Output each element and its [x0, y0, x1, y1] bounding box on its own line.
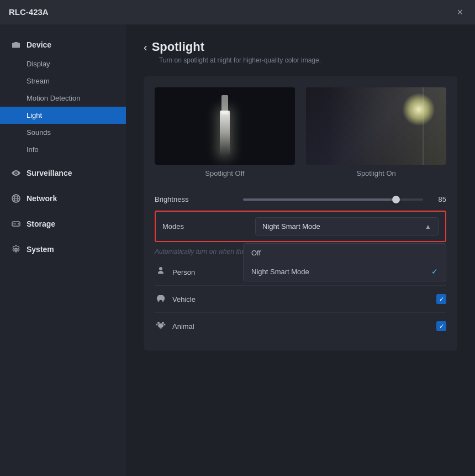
sidebar-section-system: System [0, 239, 126, 260]
svg-point-12 [162, 300, 164, 302]
sidebar-section-header-surveillance[interactable]: Surveillance [0, 163, 126, 184]
network-section-label: Network [27, 194, 57, 203]
brightness-slider-fill [243, 198, 396, 201]
sidebar-item-stream[interactable]: Stream [0, 72, 126, 90]
modes-label: Modes [162, 222, 251, 231]
sidebar-section-header-system[interactable]: System [0, 239, 126, 260]
sidebar-item-info[interactable]: Info [0, 141, 126, 158]
brightness-slider-track[interactable] [243, 198, 423, 201]
check-icon: ✓ [431, 267, 438, 276]
person-icon [155, 266, 167, 278]
modes-dropdown-value: Night Smart Mode [262, 222, 320, 231]
main-content: ‹ Spotlight Turn on spotlight at night f… [126, 24, 475, 476]
detection-item-vehicle: Vehicle ✓ [155, 286, 446, 313]
gear-icon [11, 244, 21, 254]
page-subtitle: Turn on spotlight at night for higher-qu… [144, 56, 457, 64]
sidebar-section-header-network[interactable]: Network [0, 188, 126, 209]
modes-option-night-smart-label: Night Smart Mode [251, 268, 309, 276]
spotlight-glow [402, 93, 435, 126]
preview-row: Spotlight Off Spotlight On [155, 87, 446, 177]
app-title: RLC-423A [9, 7, 49, 17]
detection-item-vehicle-left: Vehicle [155, 293, 196, 305]
beam-off [220, 111, 230, 155]
hdd-icon [11, 219, 21, 229]
back-button[interactable]: ‹ [144, 41, 147, 53]
page-header: ‹ Spotlight [144, 40, 457, 54]
svg-point-14 [157, 322, 160, 324]
modes-dropdown[interactable]: Night Smart Mode ▲ [255, 217, 439, 236]
animal-label: Animal [172, 322, 194, 331]
surveillance-section-label: Surveillance [27, 169, 72, 177]
modes-row: Modes Night Smart Mode ▲ [155, 211, 446, 242]
title-bar: RLC-423A × [0, 0, 475, 24]
preview-image-off [155, 87, 295, 165]
sidebar-section-network: Network [0, 188, 126, 209]
vehicle-label: Vehicle [172, 295, 196, 304]
storage-section-label: Storage [27, 219, 55, 228]
preview-item-on: Spotlight On [306, 87, 446, 177]
brightness-value: 85 [431, 195, 446, 203]
svg-point-15 [162, 322, 164, 324]
page-title: Spotlight [152, 40, 204, 54]
person-label: Person [172, 268, 195, 276]
detection-item-animal: Animal ✓ [155, 313, 446, 339]
sidebar-item-display[interactable]: Display [0, 55, 126, 72]
detection-item-animal-left: Animal [155, 320, 194, 332]
modes-option-off-label: Off [251, 249, 261, 257]
modes-option-night-smart[interactable]: Night Smart Mode ✓ [244, 262, 446, 281]
preview-item-off: Spotlight Off [155, 87, 295, 177]
sidebar: Device Display Stream Motion Detection L… [0, 24, 126, 476]
sidebar-item-sounds[interactable]: Sounds [0, 124, 126, 141]
svg-point-7 [18, 223, 19, 224]
device-section-label: Device [27, 40, 51, 49]
system-section-label: System [27, 245, 54, 254]
modes-dropdown-menu: Off Night Smart Mode ✓ [243, 243, 446, 281]
animal-icon [155, 320, 167, 332]
sidebar-section-storage: Storage [0, 213, 126, 234]
detection-item-person-left: Person [155, 266, 195, 278]
svg-point-16 [156, 324, 158, 326]
svg-point-0 [15, 44, 18, 47]
svg-point-13 [158, 323, 163, 328]
brightness-control: 85 [243, 195, 446, 203]
sidebar-item-motion-detection[interactable]: Motion Detection [0, 90, 126, 107]
modes-option-off[interactable]: Off [244, 244, 446, 262]
sidebar-section-device: Device Display Stream Motion Detection L… [0, 34, 126, 158]
brightness-slider-thumb[interactable] [392, 196, 400, 203]
vehicle-icon [155, 293, 167, 305]
sidebar-item-light[interactable]: Light [0, 107, 126, 124]
preview-label-off: Spotlight Off [205, 169, 244, 177]
modes-wrapper: Modes Night Smart Mode ▲ Off Night Smart… [155, 211, 446, 242]
svg-point-17 [164, 324, 166, 326]
content-card: Spotlight Off Spotlight On Brightness [144, 76, 457, 351]
globe-icon [11, 193, 21, 203]
preview-label-on: Spotlight On [356, 169, 396, 177]
brightness-row: Brightness 85 [155, 189, 446, 211]
preview-image-on [306, 87, 446, 165]
brightness-label: Brightness [155, 195, 243, 203]
svg-rect-10 [158, 295, 163, 297]
camera-icon [11, 40, 21, 50]
sidebar-section-header-device: Device [0, 34, 126, 55]
eye-icon [11, 168, 21, 178]
sidebar-section-surveillance: Surveillance [0, 163, 126, 184]
chevron-up-icon: ▲ [425, 223, 431, 231]
animal-checkbox[interactable]: ✓ [436, 321, 446, 331]
sidebar-section-header-storage[interactable]: Storage [0, 213, 126, 234]
svg-point-11 [157, 300, 160, 302]
app-body: Device Display Stream Motion Detection L… [0, 24, 475, 476]
vehicle-checkbox[interactable]: ✓ [436, 294, 446, 304]
close-button[interactable]: × [453, 5, 466, 19]
